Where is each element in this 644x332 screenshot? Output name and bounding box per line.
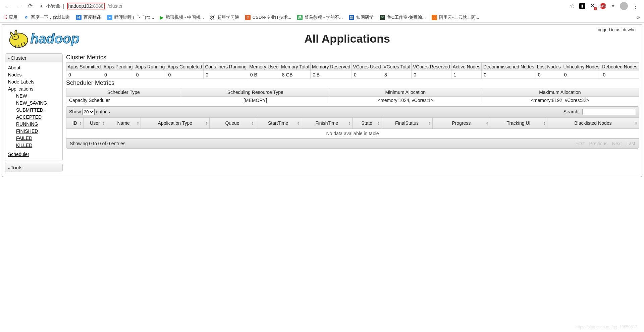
th-name[interactable]: Name▴▾ (106, 118, 141, 129)
th-memory-total[interactable]: Memory Total (280, 63, 310, 71)
back-button[interactable]: ← (3, 1, 11, 11)
sidebar-sublink-new-saving[interactable]: NEW_SAVING (16, 100, 60, 107)
url-path: /cluster (108, 3, 123, 9)
th-vcores-total[interactable]: VCores Total (382, 63, 411, 71)
th-lost-nodes[interactable]: Lost Nodes (536, 63, 562, 71)
th-app-type[interactable]: Application Type▴▾ (141, 118, 209, 129)
address-bar[interactable]: ▲ 不安全 | hadoop102:8088/cluster (37, 3, 566, 9)
page-first[interactable]: First (575, 141, 584, 146)
th-rebooted-nodes[interactable]: Rebooted Nodes (601, 63, 639, 71)
sidebar-head-cluster[interactable]: Cluster (5, 54, 62, 62)
forward-button[interactable]: → (15, 1, 24, 11)
th-apps-running[interactable]: Apps Running (134, 63, 166, 71)
bookmark-item[interactable]: 译百度翻译 (76, 14, 101, 20)
th-vcores-reserved[interactable]: VCores Reserved (412, 63, 451, 71)
th-finalstatus[interactable]: FinalStatus▴▾ (381, 118, 433, 129)
page-container: Logged in as: dr.who hadoop All Applicat… (2, 24, 642, 177)
th-active-nodes[interactable]: Active Nodes (451, 63, 482, 71)
bookmark-item[interactable]: 〔-〕阿里云-上云就上阿... (432, 14, 479, 20)
page-next[interactable]: Next (612, 141, 622, 146)
bookmark-item[interactable]: 知知网研学 (349, 14, 374, 20)
apps-button[interactable]: ⠿ 应用 (4, 14, 17, 20)
cell: 0 (352, 71, 382, 79)
th-id[interactable]: ID▴▾ (66, 118, 84, 129)
sidebar-sublink-killed[interactable]: KILLED (16, 142, 60, 149)
search-input[interactable] (582, 109, 636, 115)
th-decom-nodes[interactable]: Decommissioned Nodes (482, 63, 536, 71)
th-unhealthy-nodes[interactable]: Unhealthy Nodes (562, 63, 601, 71)
sidebar-sublink-finished[interactable]: FINISHED (16, 128, 60, 135)
search-box: Search: (564, 109, 636, 115)
bookmark-item[interactable]: FC鱼C工作室-免费编... (380, 14, 426, 20)
bookmarks-overflow-button[interactable]: » (637, 14, 640, 20)
sidebar-head-tools[interactable]: Tools (5, 163, 62, 172)
sidebar-sublink-failed[interactable]: FAILED (16, 135, 60, 142)
pagination: First Previous Next Last (572, 141, 635, 146)
profile-avatar[interactable] (620, 2, 628, 10)
table-row: Capacity Scheduler [MEMORY] <memory:1024… (66, 97, 639, 104)
sidebar: Cluster About Nodes Node Labels Applicat… (5, 53, 63, 172)
sidebar-link-nodes[interactable]: Nodes (8, 71, 60, 78)
favicon-icon: ✿ (23, 15, 29, 20)
favicon-icon: 知 (349, 15, 354, 20)
th-tracking[interactable]: Tracking UI▴▾ (490, 118, 547, 129)
sidebar-link-scheduler[interactable]: Scheduler (8, 151, 60, 158)
bookmark-item[interactable]: 菜菜鸟教程 - 学的不... (297, 14, 342, 20)
bookmark-item[interactable]: ✿百度一下，你就知道 (23, 14, 70, 20)
sort-icon: ▴▾ (635, 121, 637, 125)
sort-icon: ▴▾ (80, 121, 82, 125)
th-user[interactable]: User▴▾ (84, 118, 106, 129)
bookmark-item[interactable]: CCSDN-专业IT技术... (245, 14, 291, 20)
th-apps-submitted[interactable]: Apps Submitted (66, 63, 102, 71)
extension-icon-2[interactable]: 👁1 (590, 3, 595, 9)
sidebar-link-applications[interactable]: Applications (8, 86, 60, 93)
sort-icon: ▴▾ (206, 121, 208, 125)
th-sched-resource: Scheduling Resource Type (181, 88, 330, 97)
sidebar-sublink-accepted[interactable]: ACCEPTED (16, 114, 60, 121)
th-starttime[interactable]: StartTime▴▾ (255, 118, 301, 129)
scheduler-metrics-table: Scheduler Type Scheduling Resource Type … (66, 88, 639, 104)
apps-table-controls: Show 20 entries Search: (66, 106, 639, 117)
refresh-button[interactable]: ⟳ (28, 3, 33, 9)
favicon-icon: ▸ (107, 15, 112, 20)
decom-nodes-link[interactable]: 0 (482, 71, 536, 79)
bookmark-item[interactable]: ▶腾讯视频 - 中国领... (160, 14, 204, 20)
th-state[interactable]: State▴▾ (353, 118, 381, 129)
cell: [MEMORY] (181, 97, 330, 104)
bookmark-star-icon[interactable]: ☆ (570, 3, 575, 9)
th-finishtime[interactable]: FinishTime▴▾ (301, 118, 353, 129)
adblock-icon[interactable]: ABP (600, 3, 606, 9)
page-last[interactable]: Last (627, 141, 635, 146)
cell: 0 (166, 71, 204, 79)
th-containers-running[interactable]: Containers Running (204, 63, 248, 71)
sidebar-panel-tools: Tools (5, 163, 63, 172)
main-content: Cluster Metrics Apps Submitted Apps Pend… (66, 53, 639, 149)
active-nodes-link[interactable]: 1 (451, 71, 482, 79)
th-apps-completed[interactable]: Apps Completed (166, 63, 204, 71)
cell: 0 (412, 71, 451, 79)
favicon-icon: ✪ (210, 15, 215, 20)
sidebar-link-node-labels[interactable]: Node Labels (8, 78, 60, 86)
sidebar-sublink-submitted[interactable]: SUBMITTED (16, 107, 60, 114)
page-prev[interactable]: Previous (589, 141, 607, 146)
entries-select[interactable]: 20 (82, 109, 95, 115)
sidebar-sublink-new[interactable]: NEW (16, 93, 60, 100)
unhealthy-nodes-link[interactable]: 0 (562, 71, 601, 79)
login-info: Logged in as: dr.who (595, 27, 636, 32)
browser-menu-icon[interactable]: ⋮ (633, 2, 639, 10)
bookmark-item[interactable]: ▸哔哩哔哩 (゜-゜)つ... (107, 14, 154, 20)
extension-icon[interactable]: ▮ (579, 3, 585, 9)
rebooted-nodes-link[interactable]: 0 (601, 71, 639, 79)
sidebar-sublink-running[interactable]: RUNNING (16, 121, 60, 128)
sidebar-link-about[interactable]: About (8, 64, 60, 71)
th-memory-reserved[interactable]: Memory Reserved (311, 63, 352, 71)
th-blacklisted[interactable]: Blacklisted Nodes▴▾ (547, 118, 639, 129)
th-vcores-used[interactable]: VCores Used (352, 63, 382, 71)
lost-nodes-link[interactable]: 0 (536, 71, 562, 79)
th-apps-pending[interactable]: Apps Pending (102, 63, 134, 71)
extensions-icon[interactable]: ✦ (611, 3, 615, 9)
th-queue[interactable]: Queue▴▾ (209, 118, 255, 129)
bookmark-item[interactable]: ✪超星学习通 (210, 14, 239, 20)
th-progress[interactable]: Progress▴▾ (433, 118, 490, 129)
th-memory-used[interactable]: Memory Used (248, 63, 280, 71)
